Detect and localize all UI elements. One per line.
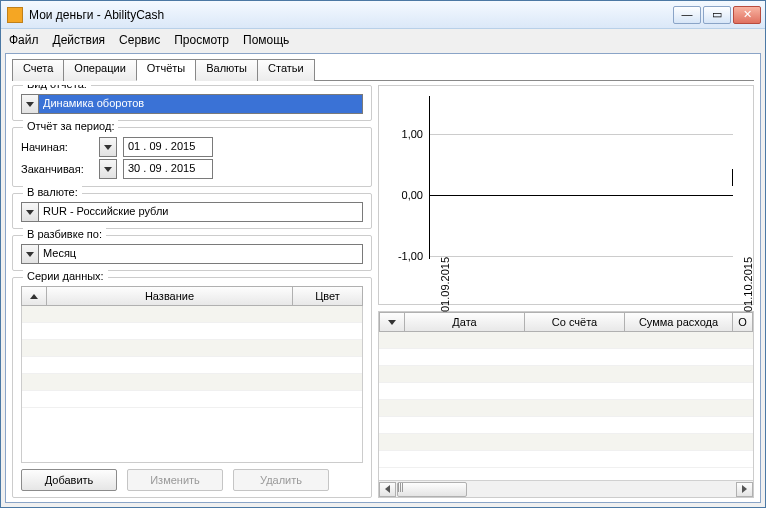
detail-table: Дата Со счёта Сумма расхода О bbox=[378, 311, 754, 498]
detail-col-expense[interactable]: Сумма расхода bbox=[625, 312, 733, 332]
detail-col-from[interactable]: Со счёта bbox=[525, 312, 625, 332]
chevron-down-icon[interactable] bbox=[21, 244, 39, 264]
chevron-down-icon[interactable] bbox=[21, 202, 39, 222]
report-type-value: Динамика оборотов bbox=[39, 94, 363, 114]
period-label: Отчёт за период: bbox=[23, 120, 118, 132]
window-title: Мои деньги - AbilityCash bbox=[29, 8, 673, 22]
chart-ytick-2: 0,00 bbox=[379, 189, 429, 201]
chart-ytick-3: -1,00 bbox=[379, 250, 429, 262]
breakdown-label: В разбивке по: bbox=[23, 228, 106, 240]
tab-currencies[interactable]: Валюты bbox=[195, 59, 258, 81]
detail-col-date[interactable]: Дата bbox=[405, 312, 525, 332]
detail-table-body[interactable] bbox=[379, 332, 753, 480]
menu-view[interactable]: Просмотр bbox=[174, 33, 229, 47]
period-from-value[interactable]: 01 . 09 . 2015 bbox=[123, 137, 213, 157]
group-currency: В валюте: RUR - Российские рубли bbox=[12, 193, 372, 229]
group-report-type: Вид отчёта: Динамика оборотов bbox=[12, 85, 372, 121]
maximize-button[interactable]: ▭ bbox=[703, 6, 731, 24]
tab-articles[interactable]: Статьи bbox=[257, 59, 315, 81]
period-to-label: Заканчивая: bbox=[21, 163, 93, 175]
scroll-left-arrow[interactable] bbox=[379, 482, 396, 497]
report-type-label: Вид отчёта: bbox=[23, 85, 91, 90]
scroll-thumb[interactable] bbox=[397, 482, 467, 497]
menu-actions[interactable]: Действия bbox=[53, 33, 106, 47]
menu-help[interactable]: Помощь bbox=[243, 33, 289, 47]
currency-value: RUR - Российские рубли bbox=[39, 202, 363, 222]
menu-file[interactable]: Файл bbox=[9, 33, 39, 47]
group-period: Отчёт за период: Начиная: 01 . 09 . 2015… bbox=[12, 127, 372, 187]
scroll-right-arrow[interactable] bbox=[736, 482, 753, 497]
close-button[interactable]: ✕ bbox=[733, 6, 761, 24]
chart: 1,00 0,00 -1,00 01.09.2015 01.10.2015 bbox=[378, 85, 754, 305]
minimize-button[interactable]: — bbox=[673, 6, 701, 24]
breakdown-value: Месяц bbox=[39, 244, 363, 264]
tabstrip: Счета Операции Отчёты Валюты Статьи bbox=[12, 58, 754, 80]
group-series: Серии данных: Название Цвет Добавить Изм… bbox=[12, 277, 372, 498]
menubar: Файл Действия Сервис Просмотр Помощь bbox=[1, 29, 765, 51]
series-col-name[interactable]: Название bbox=[47, 286, 293, 306]
currency-combo[interactable]: RUR - Российские рубли bbox=[21, 202, 363, 222]
series-sort-indicator[interactable] bbox=[21, 286, 47, 306]
chart-xtick-2: 01.10.2015 bbox=[742, 257, 754, 312]
series-col-color[interactable]: Цвет bbox=[293, 286, 363, 306]
period-to-value[interactable]: 30 . 09 . 2015 bbox=[123, 159, 213, 179]
menu-service[interactable]: Сервис bbox=[119, 33, 160, 47]
add-button[interactable]: Добавить bbox=[21, 469, 117, 491]
group-breakdown: В разбивке по: Месяц bbox=[12, 235, 372, 271]
chart-ytick-1: 1,00 bbox=[379, 128, 429, 140]
chart-plot-area bbox=[429, 96, 733, 259]
tab-accounts[interactable]: Счета bbox=[12, 59, 64, 81]
currency-label: В валюте: bbox=[23, 186, 82, 198]
period-from-label: Начиная: bbox=[21, 141, 93, 153]
tab-reports[interactable]: Отчёты bbox=[136, 59, 196, 81]
chart-xtick-1: 01.09.2015 bbox=[439, 257, 451, 312]
detail-col-o[interactable]: О bbox=[733, 312, 753, 332]
horizontal-scrollbar[interactable] bbox=[379, 480, 753, 497]
period-from-dropdown[interactable] bbox=[99, 137, 117, 157]
period-to-dropdown[interactable] bbox=[99, 159, 117, 179]
report-type-combo[interactable]: Динамика оборотов bbox=[21, 94, 363, 114]
edit-button[interactable]: Изменить bbox=[127, 469, 223, 491]
tab-operations[interactable]: Операции bbox=[63, 59, 136, 81]
titlebar: Мои деньги - AbilityCash — ▭ ✕ bbox=[1, 1, 765, 29]
app-icon bbox=[7, 7, 23, 23]
detail-sort-indicator[interactable] bbox=[379, 312, 405, 332]
chevron-down-icon[interactable] bbox=[21, 94, 39, 114]
breakdown-combo[interactable]: Месяц bbox=[21, 244, 363, 264]
series-grid-body[interactable] bbox=[21, 306, 363, 463]
delete-button[interactable]: Удалить bbox=[233, 469, 329, 491]
series-label: Серии данных: bbox=[23, 270, 108, 282]
